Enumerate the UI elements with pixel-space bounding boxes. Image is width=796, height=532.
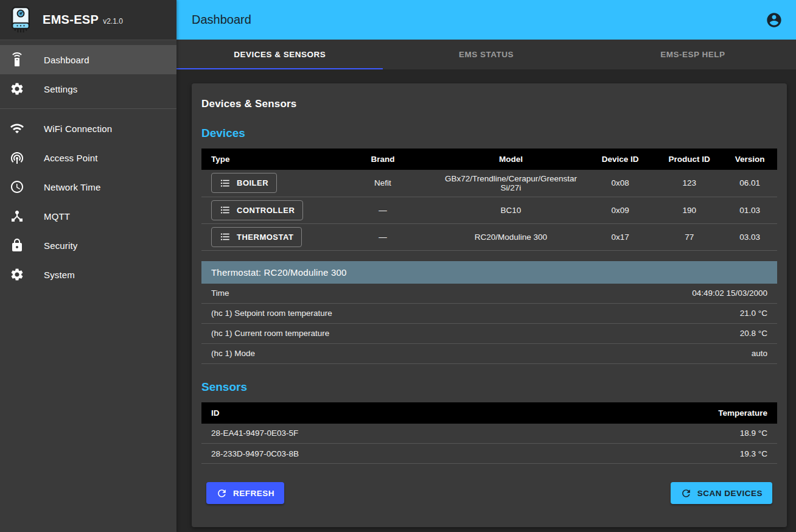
device-brand: Nefit — [328, 170, 438, 197]
devices-table-header: Type Brand Model Device ID Product ID Ve… — [201, 149, 777, 170]
devices-table: Type Brand Model Device ID Product ID Ve… — [201, 149, 777, 251]
sensor-temperature: 18.9 °C — [556, 424, 777, 444]
device-product-id: 190 — [656, 197, 722, 223]
main-content: Devices & Sensors Devices Type Brand Mod… — [176, 69, 796, 532]
device-type-label: BOILER — [237, 178, 268, 187]
sidebar-item-wifi-connection[interactable]: WiFi Connection — [0, 114, 176, 143]
sidebar-item-label: Access Point — [44, 153, 98, 163]
column-header-version: Version — [722, 149, 777, 170]
column-header-temperature: Temperature — [556, 402, 777, 424]
device-id: 0x17 — [584, 223, 656, 250]
refresh-icon — [680, 488, 692, 499]
list-icon — [220, 205, 231, 215]
device-brand: — — [328, 223, 438, 250]
detail-value: 20.8 °C — [740, 329, 767, 338]
list-icon — [220, 231, 231, 242]
sidebar-nav: Dashboard Settings WiFi Connection Acc — [0, 40, 176, 289]
list-item: Time 04:49:02 15/03/2000 — [201, 284, 777, 304]
sensors-table-header: ID Temperature — [201, 402, 777, 424]
sidebar-item-label: System — [44, 270, 75, 280]
sidebar-item-label: Security — [44, 240, 77, 251]
table-row: BOILER Nefit GBx72/Trendline/Cerapur/Gre… — [201, 170, 777, 197]
devices-sensors-card: Devices & Sensors Devices Type Brand Mod… — [192, 83, 787, 527]
tab-ems-status[interactable]: EMS STATUS — [383, 40, 589, 69]
device-id: 0x09 — [584, 197, 656, 223]
page-title: Dashboard — [192, 13, 251, 27]
device-brand: — — [328, 197, 438, 223]
detail-value: 04:49:02 15/03/2000 — [692, 289, 767, 298]
sidebar-item-system[interactable]: System — [0, 260, 176, 289]
device-version: 03.03 — [722, 223, 777, 250]
sensor-id: 28-233D-9497-0C03-8B — [201, 444, 556, 464]
table-row: 28-EA41-9497-0E03-5F 18.9 °C — [201, 424, 777, 444]
thermostat-detail-list: Time 04:49:02 15/03/2000 (hc 1) Setpoint… — [201, 284, 777, 364]
app-bar: Dashboard — [176, 0, 796, 40]
column-header-device-id: Device ID — [584, 149, 656, 170]
tab-label: DEVICES & SENSORS — [234, 50, 326, 59]
scan-devices-button-label: SCAN DEVICES — [697, 489, 763, 498]
detail-value: 21.0 °C — [740, 309, 767, 318]
device-product-id: 77 — [656, 223, 722, 250]
device-type-label: CONTROLLER — [237, 206, 295, 215]
list-item: (hc 1) Setpoint room temperature 21.0 °C — [201, 304, 777, 324]
clock-icon — [10, 180, 24, 194]
sidebar-item-settings[interactable]: Settings — [0, 74, 176, 103]
scan-devices-button[interactable]: SCAN DEVICES — [671, 482, 772, 504]
sidebar-header: EMS-ESP v2.1.0 — [0, 0, 176, 40]
table-row: THERMOSTAT — RC20/Moduline 300 0x17 77 0… — [201, 223, 777, 250]
detail-label: (hc 1) Current room temperature — [211, 329, 329, 338]
detail-value: auto — [752, 349, 767, 358]
refresh-icon — [216, 488, 228, 499]
refresh-button[interactable]: REFRESH — [206, 482, 284, 504]
sidebar-item-access-point[interactable]: Access Point — [0, 143, 176, 172]
list-item: (hc 1) Current room temperature 20.8 °C — [201, 324, 777, 344]
column-header-product-id: Product ID — [656, 149, 722, 170]
column-header-model: Model — [438, 149, 584, 170]
sidebar-item-dashboard[interactable]: Dashboard — [0, 45, 176, 74]
sidebar-item-label: Network Time — [44, 182, 101, 192]
sidebar-item-security[interactable]: Security — [0, 231, 176, 260]
sensor-temperature: 19.3 °C — [556, 444, 777, 464]
sensors-heading: Sensors — [201, 380, 777, 394]
devices-heading: Devices — [201, 127, 777, 140]
wifi-tethering-icon — [10, 150, 24, 165]
gear-icon — [10, 267, 24, 282]
tab-devices-sensors[interactable]: DEVICES & SENSORS — [176, 40, 383, 69]
detail-label: (hc 1) Setpoint room temperature — [211, 309, 332, 318]
device-type-label: THERMOSTAT — [237, 233, 293, 242]
device-product-id: 123 — [656, 170, 722, 197]
device-model: RC20/Moduline 300 — [438, 223, 584, 250]
sidebar-item-network-time[interactable]: Network Time — [0, 172, 176, 201]
list-icon — [220, 178, 231, 189]
tab-label: EMS-ESP HELP — [660, 50, 725, 59]
ems-esp-app: EMS-ESP v2.1.0 Dashboard Settings — [0, 0, 796, 532]
account-icon[interactable] — [766, 12, 783, 29]
table-row: CONTROLLER — BC10 0x09 190 01.03 — [201, 197, 777, 223]
list-item: (hc 1) Mode auto — [201, 344, 777, 364]
device-model: GBx72/Trendline/Cerapur/Greenstar Si/27i — [438, 170, 584, 197]
tab-ems-esp-help[interactable]: EMS-ESP HELP — [590, 40, 796, 69]
device-id: 0x08 — [584, 170, 656, 197]
controller-device-button[interactable]: CONTROLLER — [211, 200, 303, 220]
sidebar-item-label: Settings — [44, 84, 77, 94]
sidebar-item-label: MQTT — [44, 211, 70, 222]
tab-label: EMS STATUS — [459, 50, 514, 59]
tab-bar: DEVICES & SENSORS EMS STATUS EMS-ESP HEL… — [176, 40, 796, 69]
table-row: 28-233D-9497-0C03-8B 19.3 °C — [201, 444, 777, 464]
sidebar-divider — [0, 108, 176, 109]
device-version: 01.03 — [722, 197, 777, 223]
device-hub-icon — [10, 209, 24, 223]
thermostat-device-button[interactable]: THERMOSTAT — [211, 227, 302, 247]
remote-control-icon — [10, 52, 24, 67]
lock-icon — [10, 238, 24, 253]
sidebar-item-mqtt[interactable]: MQTT — [0, 201, 176, 231]
boiler-logo-icon — [7, 5, 34, 37]
card-title: Devices & Sensors — [201, 98, 777, 110]
gear-icon — [10, 82, 24, 96]
column-header-brand: Brand — [328, 149, 438, 170]
wifi-icon — [10, 121, 24, 136]
sidebar-item-label: WiFi Connection — [44, 124, 112, 134]
column-header-id: ID — [201, 402, 556, 424]
boiler-device-button[interactable]: BOILER — [211, 173, 277, 193]
column-header-type: Type — [201, 149, 328, 170]
